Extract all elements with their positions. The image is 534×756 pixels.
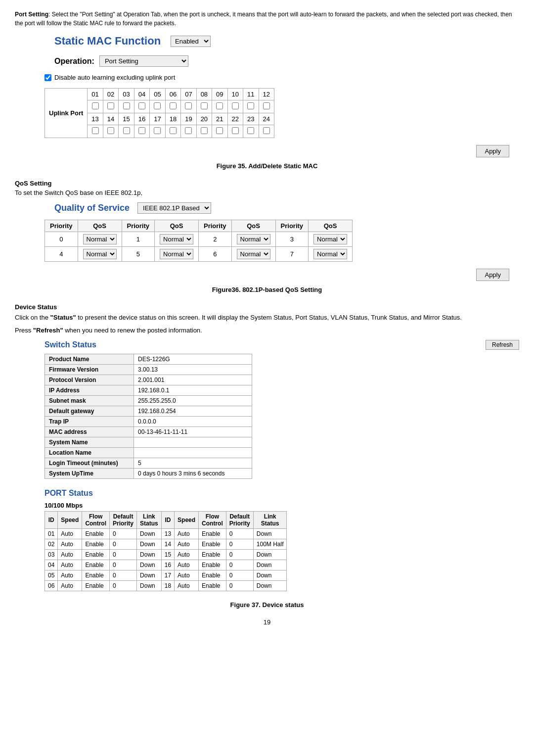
port-cb-11[interactable] [247, 102, 254, 109]
port-dp1: 0 [110, 539, 137, 549]
qos-q4-0: NormalHigh [309, 232, 353, 247]
port-speed1: Auto [58, 570, 82, 580]
port-cb-21[interactable] [216, 127, 223, 134]
port-cb-03[interactable] [123, 102, 130, 109]
port-table: ID Speed FlowControl DefaultPriority Lin… [44, 511, 287, 591]
port-cb-13[interactable] [92, 127, 99, 134]
qos-q2-1-select[interactable]: NormalHigh [160, 249, 193, 259]
port-cb-23[interactable] [247, 127, 254, 134]
port-fc1: Enable [82, 539, 110, 549]
port-num-02: 02 [103, 89, 118, 100]
disable-auto-learning-label: Disable auto learning excluding uplink p… [54, 74, 175, 81]
enabled-select[interactable]: Enabled Disabled [171, 36, 211, 47]
port-cb-01[interactable] [92, 102, 99, 109]
switch-status-label: System Name [45, 437, 134, 447]
mac-function-row: Static MAC Function Enabled Disabled [15, 35, 519, 47]
switch-status-value [134, 447, 252, 458]
qos-p1-1: 4 [45, 247, 78, 262]
port-cb-20[interactable] [201, 127, 208, 134]
port-speed1: Auto [58, 528, 82, 539]
port-num-13: 13 [88, 113, 103, 125]
qos-row-1: 4 NormalHigh 5 NormalHigh 6 NormalHigh 7… [45, 247, 353, 262]
port-header-row1: Uplink Port 01 02 03 04 05 06 07 08 09 1… [45, 89, 274, 100]
port-table-row: 02 Auto Enable 0 Down 14 Auto Enable 0 1… [45, 539, 287, 549]
port-id1: 05 [45, 570, 58, 580]
port-dp2: 0 [226, 528, 253, 539]
operation-select[interactable]: Port Setting Add Static MAC Delete Stati… [99, 55, 188, 67]
switch-status-row: IP Address192.168.0.1 [45, 385, 252, 395]
qos-q4-1-select[interactable]: NormalHigh [313, 249, 347, 259]
uplink-table-wrap: Uplink Port 01 02 03 04 05 06 07 08 09 1… [15, 88, 519, 138]
switch-status-value [134, 437, 252, 447]
port-cb-06[interactable] [170, 102, 177, 109]
qos-q2-0-select[interactable]: NormalHigh [160, 234, 193, 244]
port-cb-07[interactable] [185, 102, 192, 109]
port-cb-14[interactable] [107, 127, 114, 134]
port-num-18: 18 [165, 113, 180, 125]
port-cb-18[interactable] [170, 127, 177, 134]
port-dp2: 0 [226, 539, 253, 549]
qos-header-row: Quality of Service IEEE 802.1P Based [15, 202, 519, 214]
port-cb-08[interactable] [201, 102, 208, 109]
port-cb-24[interactable] [263, 127, 270, 134]
port-cb-09[interactable] [216, 102, 223, 109]
qos-q1-0: NormalHigh [78, 232, 122, 247]
port-cb-15[interactable] [123, 127, 130, 134]
port-num-08: 08 [196, 89, 212, 100]
port-fc1: Enable [82, 570, 110, 580]
mac-figure-caption: Figure 35. Add/Delete Static MAC [15, 162, 519, 170]
switch-status-label: Trap IP [45, 416, 134, 426]
port-th-dp1: DefaultPriority [110, 511, 137, 528]
device-status-desc1-rest: to present the device status on this scr… [76, 314, 462, 321]
port-dp1: 0 [110, 570, 137, 580]
qos-p4-0: 3 [275, 232, 309, 247]
port-th-dp2: DefaultPriority [226, 511, 253, 528]
switch-status-label: Product Name [45, 354, 134, 364]
refresh-button[interactable]: Refresh [486, 340, 519, 350]
switch-status-wrap: Switch Status Refresh Product NameDES-12… [15, 340, 519, 479]
port-speed2: Auto [175, 570, 199, 580]
port-cb-19[interactable] [185, 127, 192, 134]
port-cb-10[interactable] [232, 102, 239, 109]
qos-table-wrap: Priority QoS Priority QoS Priority QoS P… [15, 220, 519, 262]
switch-status-row: Default gateway192.168.0.254 [45, 406, 252, 416]
port-speed1: Auto [58, 539, 82, 549]
port-cb-17[interactable] [154, 127, 161, 134]
switch-status-value: 00-13-46-11-11-11 [134, 426, 252, 437]
port-speed2: Auto [175, 528, 199, 539]
port-cb-12[interactable] [263, 102, 270, 109]
enabled-select-wrap: Enabled Disabled [171, 36, 211, 47]
port-cb-02[interactable] [107, 102, 114, 109]
switch-status-label: Subnet mask [45, 395, 134, 406]
port-th-speed2: Speed [175, 511, 199, 528]
switch-status-label: Location Name [45, 447, 134, 458]
port-cb-22[interactable] [232, 127, 239, 134]
qos-p3-0: 2 [199, 232, 232, 247]
operation-label: Operation: [54, 57, 94, 66]
disable-auto-learning-checkbox[interactable] [44, 74, 51, 81]
qos-q3-1-select[interactable]: NormalHigh [237, 249, 270, 259]
port-table-row: 03 Auto Enable 0 Down 15 Auto Enable 0 D… [45, 549, 287, 560]
qos-apply-button[interactable]: Apply [476, 269, 509, 281]
port-cb-04[interactable] [138, 102, 145, 109]
port-num-06: 06 [165, 89, 180, 100]
port-ls1: Down [137, 539, 162, 549]
qos-q4-0-select[interactable]: NormalHigh [313, 234, 347, 244]
qos-q3-1: NormalHigh [231, 247, 275, 262]
qos-q1-1-select[interactable]: NormalHigh [83, 249, 117, 259]
port-cb-05[interactable] [154, 102, 161, 109]
port-id2: 18 [161, 580, 174, 591]
port-table-header: ID Speed FlowControl DefaultPriority Lin… [45, 511, 287, 528]
port-num-20: 20 [196, 113, 212, 125]
port-cb-16[interactable] [138, 127, 145, 134]
port-table-row: 01 Auto Enable 0 Down 13 Auto Enable 0 D… [45, 528, 287, 539]
mac-apply-button[interactable]: Apply [476, 145, 509, 157]
port-ls1: Down [137, 580, 162, 591]
switch-status-value: 2.001.001 [134, 375, 252, 385]
port-table-row: 06 Auto Enable 0 Down 18 Auto Enable 0 D… [45, 580, 287, 591]
qos-q1-0-select[interactable]: NormalHigh [83, 234, 117, 244]
qos-basis-select[interactable]: IEEE 802.1P Based [137, 202, 211, 214]
qos-q3-0-select[interactable]: NormalHigh [237, 234, 270, 244]
qos-q2-0: NormalHigh [155, 232, 199, 247]
port-ls2: Down [253, 528, 287, 539]
